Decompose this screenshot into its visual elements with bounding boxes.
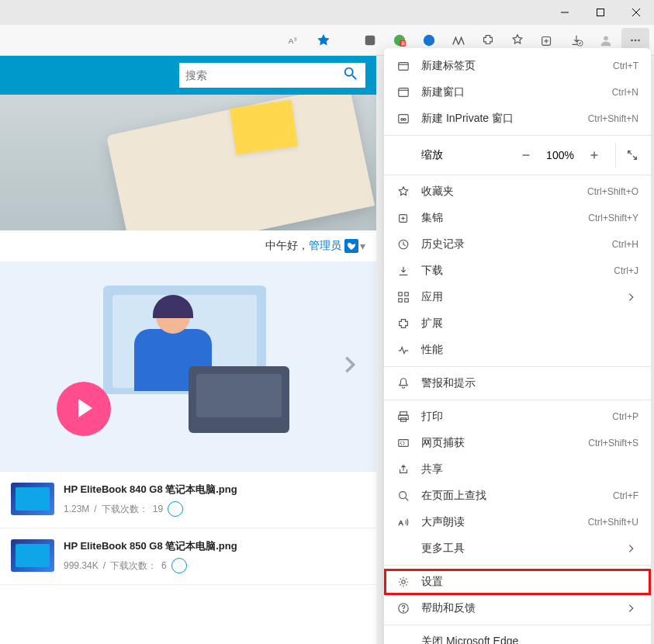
favorite-star-icon[interactable]: [310, 28, 337, 53]
apps-icon: [396, 290, 410, 304]
search-box[interactable]: [179, 63, 365, 88]
collections-icon: [396, 211, 410, 225]
svg-rect-49: [399, 440, 408, 447]
svg-point-51: [400, 492, 407, 499]
menu-alerts[interactable]: 警报和提示: [384, 370, 651, 396]
svg-rect-26: [399, 63, 408, 71]
hero-banner: [0, 95, 376, 230]
download-icon[interactable]: [168, 501, 183, 517]
menu-extensions[interactable]: 扩展: [384, 310, 651, 337]
menu-print[interactable]: 打印 Ctrl+P: [384, 403, 651, 430]
fullscreen-button[interactable]: [615, 144, 638, 167]
menu-new-tab[interactable]: 新建标签页 Ctrl+T: [384, 53, 651, 79]
bell-icon: [396, 376, 410, 390]
svg-point-16: [631, 39, 633, 41]
read-aloud-icon: A: [396, 515, 410, 529]
svg-rect-6: [365, 35, 375, 45]
file-name: HP EliteBook 840 G8 笔记本电脑.png: [64, 483, 365, 497]
menu-collections[interactable]: 集锦 Ctrl+Shift+Y: [384, 205, 651, 231]
menu-performance[interactable]: 性能: [384, 337, 651, 363]
zoom-out-button[interactable]: [514, 144, 538, 167]
gear-icon: [396, 575, 410, 589]
svg-rect-47: [399, 415, 408, 419]
svg-line-36: [628, 151, 631, 154]
find-icon: [396, 489, 410, 503]
svg-rect-50: [400, 441, 403, 445]
share-icon: [396, 462, 410, 476]
menu-downloads[interactable]: 下载 Ctrl+J: [384, 258, 651, 284]
svg-text:)): )): [294, 36, 297, 41]
file-thumbnail: [11, 539, 54, 572]
greeting-text: 中午好，: [265, 239, 309, 253]
svg-rect-45: [405, 299, 408, 302]
extension-icon-1[interactable]: [356, 28, 384, 53]
zoom-value: 100%: [542, 149, 578, 161]
file-meta: 999.34K/ 下载次数：6: [64, 558, 365, 573]
svg-point-17: [635, 39, 637, 41]
illustration-panel: [0, 261, 376, 471]
menu-settings[interactable]: 设置: [384, 569, 651, 595]
svg-point-32: [403, 119, 406, 121]
new-tab-icon: [396, 59, 410, 73]
new-window-icon: [396, 85, 410, 99]
file-name: HP EliteBook 850 G8 笔记本电脑.png: [64, 539, 365, 553]
menu-capture[interactable]: 网页捕获 Ctrl+Shift+S: [384, 430, 651, 456]
list-item[interactable]: HP EliteBook 840 G8 笔记本电脑.png 1.23M/ 下载次…: [0, 472, 376, 528]
menu-new-inprivate[interactable]: 新建 InPrivate 窗口 Ctrl+Shift+N: [384, 106, 651, 132]
menu-close-edge[interactable]: 关闭 Microsoft Edge: [384, 628, 651, 644]
puzzle-icon: [396, 317, 410, 331]
list-item[interactable]: HP EliteBook 850 G8 笔记本电脑.png 999.34K/ 下…: [0, 528, 376, 585]
search-icon[interactable]: [342, 65, 359, 85]
svg-point-56: [403, 611, 403, 611]
svg-rect-46: [400, 412, 407, 415]
inprivate-icon: [396, 112, 410, 126]
star-icon: [396, 185, 410, 199]
heart-icon[interactable]: [344, 239, 358, 253]
menu-find[interactable]: 在页面上查找 Ctrl+F: [384, 483, 651, 509]
chevron-right-icon: [625, 601, 638, 615]
svg-line-37: [632, 156, 635, 159]
menu-share[interactable]: 共享: [384, 456, 651, 483]
svg-line-52: [406, 498, 409, 501]
menu-read-aloud[interactable]: A 大声朗读 Ctrl+Shift+U: [384, 509, 651, 535]
dropdown-caret-icon[interactable]: ▾: [360, 240, 365, 252]
svg-rect-30: [399, 115, 408, 123]
menu-zoom: 缩放 100%: [384, 139, 651, 171]
svg-text:A: A: [399, 519, 403, 527]
svg-rect-28: [399, 88, 408, 97]
menu-new-window[interactable]: 新建窗口 Ctrl+N: [384, 79, 651, 106]
chevron-right-icon: [625, 290, 638, 304]
menu-history[interactable]: 历史记录 Ctrl+H: [384, 231, 651, 258]
menu-help[interactable]: 帮助和反馈: [384, 595, 651, 621]
file-thumbnail: [11, 483, 54, 515]
svg-point-18: [638, 39, 640, 41]
download-icon: [396, 264, 410, 278]
read-aloud-icon[interactable]: A)): [280, 28, 308, 53]
maximize-button[interactable]: [583, 0, 618, 25]
svg-rect-42: [399, 293, 402, 296]
search-input[interactable]: [185, 69, 342, 81]
window-titlebar: [0, 0, 654, 25]
pulse-icon: [396, 343, 410, 357]
download-icon[interactable]: [171, 558, 187, 573]
svg-point-10: [424, 34, 434, 45]
menu-more-tools[interactable]: 更多工具: [384, 535, 651, 562]
file-list: HP EliteBook 840 G8 笔记本电脑.png 1.23M/ 下载次…: [0, 471, 376, 585]
zoom-label: 缩放: [421, 148, 443, 162]
file-meta: 1.23M/ 下载次数：19: [64, 501, 365, 517]
svg-rect-44: [399, 299, 402, 302]
carousel-next-icon[interactable]: [339, 354, 361, 379]
page-content: 中午好， 管理员 ▾ HP EliteBook 840 G8 笔记本电脑.png…: [0, 56, 376, 644]
menu-apps[interactable]: 应用: [384, 284, 651, 310]
svg-rect-43: [405, 293, 408, 296]
site-header: [0, 56, 376, 95]
greeting-admin: 管理员: [309, 239, 341, 253]
close-button[interactable]: [618, 0, 654, 25]
svg-text:新: 新: [401, 40, 406, 46]
minimize-button[interactable]: [547, 0, 583, 25]
svg-rect-1: [597, 9, 604, 16]
svg-text:A: A: [289, 36, 294, 44]
history-icon: [396, 237, 410, 251]
zoom-in-button[interactable]: [583, 144, 606, 167]
menu-favorites[interactable]: 收藏夹 Ctrl+Shift+O: [384, 178, 651, 205]
